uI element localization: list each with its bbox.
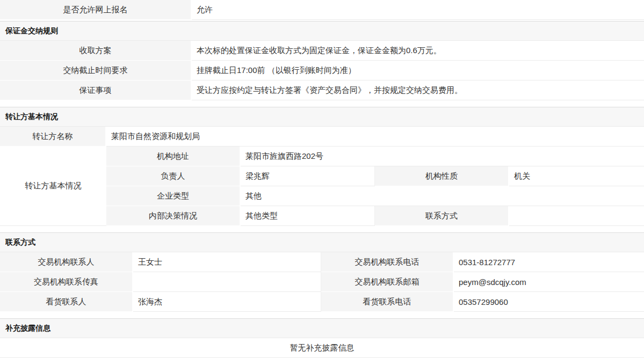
table-row: 转让方名称 莱阳市自然资源和规划局 bbox=[0, 127, 644, 147]
deposit-rules-table: 收取方案 本次标的处置保证金收取方式为固定保证金，保证金金额为0.6万元。 交纳… bbox=[0, 41, 644, 100]
online-registration-row: 是否允许网上报名 允许 bbox=[0, 0, 644, 20]
table-row: 交易机构联系人 王女士 交易机构联系电话 0531-81272777 bbox=[0, 252, 644, 272]
person-in-charge-label: 负责人 bbox=[106, 166, 241, 186]
org-nature-label: 机构性质 bbox=[375, 166, 509, 186]
table-row: 保证事项 受让方应按约定与转让方签署《资产交易合同》，并按规定交纳交易费用。 bbox=[0, 81, 644, 100]
guarantee-matters-value: 受让方应按约定与转让方签署《资产交易合同》，并按规定交纳交易费用。 bbox=[192, 81, 644, 100]
transferor-contact-value bbox=[509, 206, 644, 226]
viewing-contact-value: 张海杰 bbox=[133, 292, 321, 312]
table-row: 机构地址 莱阳市旌旗西路202号 bbox=[106, 147, 644, 166]
transferor-contact-label: 联系方式 bbox=[375, 206, 509, 226]
transferor-table: 转让方名称 莱阳市自然资源和规划局 转让方基本情况 机构地址 莱阳市旌旗西路20… bbox=[0, 127, 644, 226]
agency-contact-value: 王女士 bbox=[133, 252, 321, 272]
payment-deadline-label: 交纳截止时间要求 bbox=[0, 61, 192, 81]
agency-email-value: peym@sdcqjy.com bbox=[454, 272, 644, 292]
transferor-name-value: 莱阳市自然资源和规划局 bbox=[106, 127, 644, 147]
contacts-table: 交易机构联系人 王女士 交易机构联系电话 0531-81272777 交易机构联… bbox=[0, 252, 644, 312]
agency-fax-label: 交易机构联系传真 bbox=[0, 272, 133, 292]
section-title-supplementary-disclosure: 补充披露信息 bbox=[0, 318, 644, 338]
transferor-name-label: 转让方名称 bbox=[0, 127, 106, 147]
agency-fax-value bbox=[133, 272, 321, 292]
person-in-charge-value: 梁兆辉 bbox=[241, 166, 375, 186]
section-title-transferor: 转让方基本情况 bbox=[0, 107, 644, 127]
asset-listing-detail-page: 是否允许网上报名 允许 保证金交纳规则 收取方案 本次标的处置保证金收取方式为固… bbox=[0, 0, 644, 358]
section-title-deposit-rules: 保证金交纳规则 bbox=[0, 21, 644, 41]
agency-contact-label: 交易机构联系人 bbox=[0, 252, 133, 272]
agency-email-label: 交易机构联系邮箱 bbox=[321, 272, 454, 292]
enterprise-type-label: 企业类型 bbox=[106, 186, 241, 206]
payment-deadline-value: 挂牌截止日17:00前 （以银行到账时间为准） bbox=[192, 61, 644, 81]
org-address-value: 莱阳市旌旗西路202号 bbox=[241, 147, 644, 166]
viewing-phone-label: 看货联系电话 bbox=[321, 292, 454, 312]
org-nature-value: 机关 bbox=[509, 166, 644, 186]
table-row: 看货联系人 张海杰 看货联系电话 05357299060 bbox=[0, 292, 644, 312]
transferor-nested-rows: 机构地址 莱阳市旌旗西路202号 负责人 梁兆辉 机构性质 机关 企业类型 其他… bbox=[106, 147, 644, 226]
guarantee-matters-label: 保证事项 bbox=[0, 81, 192, 100]
table-row: 负责人 梁兆辉 机构性质 机关 bbox=[106, 166, 644, 186]
collection-plan-label: 收取方案 bbox=[0, 41, 192, 61]
table-row: 企业类型 其他 bbox=[106, 186, 644, 206]
viewing-contact-label: 看货联系人 bbox=[0, 292, 133, 312]
internal-decision-value: 其他类型 bbox=[241, 206, 375, 226]
supplementary-disclosure-empty-note: 暂无补充披露信息 bbox=[0, 338, 644, 358]
online-registration-value: 允许 bbox=[192, 0, 644, 20]
agency-phone-value: 0531-81272777 bbox=[454, 252, 644, 272]
table-row: 交易机构联系传真 交易机构联系邮箱 peym@sdcqjy.com bbox=[0, 272, 644, 292]
table-row: 收取方案 本次标的处置保证金收取方式为固定保证金，保证金金额为0.6万元。 bbox=[0, 41, 644, 61]
collection-plan-value: 本次标的处置保证金收取方式为固定保证金，保证金金额为0.6万元。 bbox=[192, 41, 644, 61]
viewing-phone-value: 05357299060 bbox=[454, 292, 644, 312]
transferor-basic-label: 转让方基本情况 bbox=[0, 147, 106, 226]
agency-phone-label: 交易机构联系电话 bbox=[321, 252, 454, 272]
internal-decision-label: 内部决策情况 bbox=[106, 206, 241, 226]
enterprise-type-value: 其他 bbox=[241, 186, 644, 206]
transferor-basic-rowgroup: 转让方基本情况 机构地址 莱阳市旌旗西路202号 负责人 梁兆辉 机构性质 机关… bbox=[0, 147, 644, 226]
table-row: 交纳截止时间要求 挂牌截止日17:00前 （以银行到账时间为准） bbox=[0, 61, 644, 81]
online-registration-label: 是否允许网上报名 bbox=[0, 0, 192, 20]
table-row: 内部决策情况 其他类型 联系方式 bbox=[106, 206, 644, 226]
section-title-contacts: 联系方式 bbox=[0, 232, 644, 252]
org-address-label: 机构地址 bbox=[106, 147, 241, 166]
